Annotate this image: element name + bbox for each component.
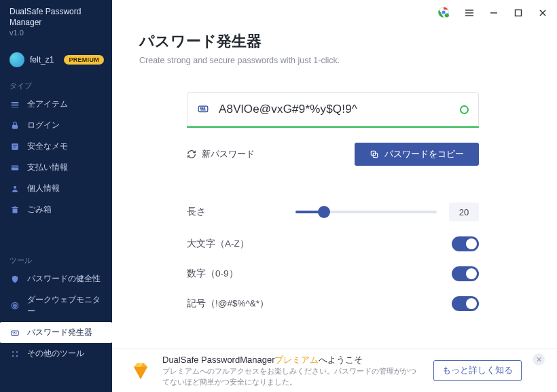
svg-rect-6 [13, 147, 16, 147]
sidebar-item-label: パスワードの健全性 [27, 273, 101, 285]
svg-rect-10 [13, 209, 18, 213]
refresh-label: 新パスワード [202, 148, 255, 160]
trash-icon [10, 205, 20, 215]
generated-password: A8VlOe@vxG#9*%y$Q!9^ [219, 103, 450, 116]
app-name: DualSafe Password Manager [10, 7, 104, 28]
sidebar-item-label: 支払い情報 [27, 162, 68, 173]
keyboard-icon [10, 328, 20, 338]
sidebar-item-label: 全アイテム [27, 99, 68, 110]
svg-point-9 [14, 186, 16, 189]
sidebar-item-darkweb[interactable]: ダークウェブモニター [0, 289, 112, 322]
svg-point-18 [14, 332, 15, 333]
svg-point-27 [442, 10, 446, 14]
svg-rect-36 [198, 106, 208, 111]
chrome-extension-icon[interactable] [437, 6, 450, 20]
avatar-icon [10, 52, 24, 67]
card-icon [10, 163, 20, 173]
sidebar-item-label: 個人情報 [27, 183, 60, 194]
sidebar-item-all[interactable]: 全アイテム [0, 94, 112, 115]
svg-rect-0 [12, 102, 19, 103]
uppercase-label: 大文字（A-Z） [187, 238, 295, 250]
sidebar-item-payment[interactable]: 支払い情報 [0, 157, 112, 178]
sidebar-item-label: 安全なメモ [27, 141, 68, 152]
password-field[interactable]: A8VlOe@vxG#9*%y$Q!9^ [187, 92, 479, 126]
length-label: 長さ [187, 206, 295, 218]
svg-point-21 [12, 351, 14, 353]
page-title: パスワード発生器 [139, 31, 519, 52]
hamburger-icon[interactable] [465, 8, 474, 18]
sidebar-item-personal[interactable]: 個人情報 [0, 178, 112, 199]
sidebar-item-trash[interactable]: ごみ箱 [0, 199, 112, 220]
gem-icon [130, 360, 151, 382]
refresh-button[interactable]: 新パスワード [187, 148, 255, 160]
sidebar-item-other[interactable]: その他のツール [0, 343, 112, 364]
uppercase-toggle[interactable] [452, 236, 479, 251]
banner-title: DualSafe PasswordManagerプレミアムへようこそ [162, 354, 423, 366]
premium-banner: DualSafe PasswordManagerプレミアムへようこそ プレミアム… [112, 349, 557, 392]
lock-icon [10, 121, 20, 130]
username: felt_z1 [30, 55, 54, 65]
svg-rect-1 [12, 104, 19, 105]
svg-rect-11 [12, 207, 18, 208]
slider-thumb[interactable] [318, 206, 330, 218]
strength-bar [187, 126, 479, 128]
refresh-icon [187, 149, 196, 159]
shield-icon [10, 274, 20, 284]
banner-cta-button[interactable]: もっと詳しく知る [433, 360, 522, 381]
svg-point-19 [16, 332, 16, 333]
length-slider[interactable] [295, 205, 437, 219]
svg-rect-2 [12, 107, 19, 108]
sidebar-item-notes[interactable]: 安全なメモ [0, 136, 112, 157]
banner-close-icon[interactable]: ✕ [533, 353, 545, 366]
svg-marker-44 [134, 367, 147, 379]
brand-block: DualSafe Password Manager v1.0 [0, 0, 112, 40]
keyboard-icon [197, 103, 209, 117]
digits-label: 数字（0-9） [187, 268, 295, 280]
nav-types: 全アイテム ログイン 安全なメモ 支払い情報 個人情報 ごみ箱 [0, 94, 112, 220]
banner-subtitle: プレミアムへのフルアクセスをお楽しみください。パスワードの管理がかつてないほど簡… [162, 366, 423, 387]
sidebar-item-health[interactable]: パスワードの健全性 [0, 268, 112, 289]
symbols-label: 記号（!@#$%^&*） [187, 298, 295, 310]
sidebar-item-label: パスワード発生器 [27, 327, 92, 338]
minimize-button[interactable] [489, 8, 499, 18]
svg-point-15 [14, 306, 15, 306]
length-value: 20 [449, 202, 479, 221]
svg-point-23 [12, 355, 14, 357]
digits-toggle[interactable] [452, 266, 479, 281]
stack-icon [10, 100, 20, 109]
copy-button[interactable]: パスワードをコピー [355, 143, 479, 166]
svg-point-22 [16, 351, 18, 353]
radar-icon [10, 301, 20, 310]
page-subtitle: Create strong and secure passwords with … [139, 56, 519, 65]
section-label-tools: ツール [0, 251, 112, 268]
svg-rect-7 [12, 165, 19, 170]
app-version: v1.0 [10, 28, 104, 37]
svg-rect-8 [12, 166, 19, 167]
note-icon [10, 142, 20, 152]
close-button[interactable] [538, 8, 547, 18]
sidebar-item-label: ごみ箱 [27, 204, 52, 215]
titlebar [112, 0, 557, 26]
svg-point-39 [204, 107, 204, 108]
svg-point-37 [200, 107, 201, 108]
svg-point-38 [202, 107, 203, 108]
svg-point-24 [16, 355, 18, 357]
symbols-toggle[interactable] [452, 296, 479, 311]
premium-badge: PREMIUM [64, 55, 104, 65]
svg-rect-20 [13, 334, 17, 334]
profile-row[interactable]: felt_z1 PREMIUM [0, 40, 112, 77]
svg-rect-33 [516, 10, 522, 16]
grid-icon [10, 349, 20, 359]
svg-rect-5 [13, 145, 17, 146]
strength-indicator-icon [460, 105, 469, 114]
sidebar-item-generator[interactable]: パスワード発生器 [0, 322, 112, 343]
maximize-button[interactable] [514, 8, 523, 18]
svg-rect-3 [12, 125, 18, 129]
nav-tools: パスワードの健全性 ダークウェブモニター パスワード発生器 その他のツール [0, 268, 112, 364]
copy-icon [370, 149, 379, 159]
svg-rect-16 [12, 331, 19, 335]
sidebar-item-label: ダークウェブモニター [27, 294, 103, 317]
sidebar-item-label: その他のツール [27, 348, 84, 359]
sidebar-item-label: ログイン [27, 120, 60, 131]
sidebar-item-login[interactable]: ログイン [0, 115, 112, 136]
